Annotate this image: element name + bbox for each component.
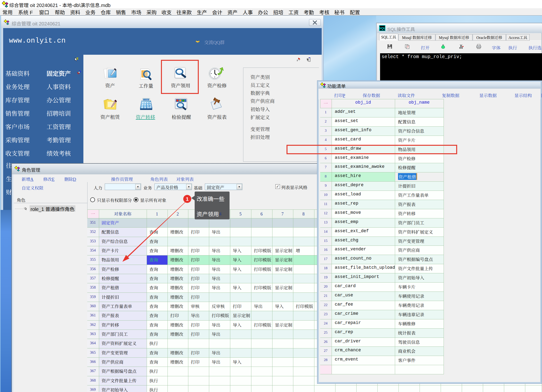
svg-text:SQL: SQL xyxy=(379,26,385,30)
svg-text:12356: 12356 xyxy=(144,99,149,101)
